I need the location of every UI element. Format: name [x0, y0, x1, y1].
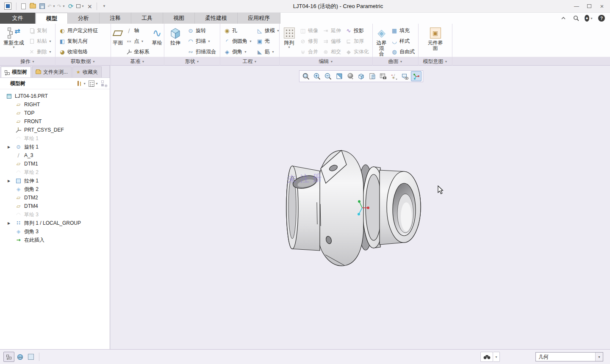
tree-row-sketch3[interactable]: ◠ 草绘 3 — [0, 210, 110, 219]
tab-folder-browser[interactable]: 文件夹浏... — [32, 66, 72, 77]
copy-button[interactable]: 复制 — [27, 25, 53, 36]
extrude-button[interactable]: 拉伸 — [166, 25, 185, 46]
swept-blend-button[interactable]: ∾扫描混合 — [186, 47, 218, 57]
expand-arrow-icon[interactable]: ▶ — [8, 179, 10, 183]
refit-button[interactable] — [301, 71, 311, 81]
delete-button[interactable]: ✕删除▼ — [27, 47, 53, 57]
zoom-out-button[interactable] — [323, 71, 333, 81]
search-button[interactable] — [572, 14, 580, 22]
learning-connector-button[interactable]: ◆▼ — [585, 14, 593, 22]
redo-button[interactable]: ↷▼ — [56, 1, 66, 11]
shrinkwrap-button[interactable]: ◕收缩包络 — [57, 47, 100, 57]
tree-columns-button[interactable]: ▼ — [89, 80, 98, 87]
style-button[interactable]: ◡样式 — [389, 36, 416, 47]
group-label-datum[interactable]: 基准▼ — [111, 58, 164, 66]
paste-button[interactable]: 粘贴▼ — [27, 36, 53, 47]
graphics-window-button[interactable] — [25, 352, 36, 362]
datum-display-filters-button[interactable]: ×/✳ — [389, 71, 399, 81]
fill-button[interactable]: ▦填充 — [389, 25, 416, 36]
tab-flexible-modeling[interactable]: 柔性建模 — [195, 13, 238, 24]
tree-row-csys[interactable]: PRT_CSYS_DEF — [0, 126, 110, 134]
project-button[interactable]: ∿投影 — [344, 25, 371, 36]
tree-row-chamfer3[interactable]: ◈ 倒角 3 — [0, 227, 110, 236]
tab-favorites[interactable]: ★ 收藏夹 — [72, 66, 102, 77]
window-switch-button[interactable]: ▼ — [75, 1, 85, 11]
merge-button[interactable]: ⊎合并 — [298, 47, 320, 57]
udf-button[interactable]: ◐用户定义特征 — [57, 25, 100, 36]
regenerate-quick-button[interactable]: ⟳ — [66, 1, 75, 11]
extend-button[interactable]: ⇥延伸 — [321, 25, 343, 36]
save-button[interactable] — [37, 1, 47, 11]
selection-filter-combo[interactable]: 几何 ▼ — [535, 352, 603, 361]
annotation-display-button[interactable] — [400, 71, 410, 81]
solidify-button[interactable]: ◆实体化 — [344, 47, 371, 57]
tab-analysis[interactable]: 分析 — [68, 13, 100, 24]
help-button[interactable]: ? — [597, 14, 606, 22]
undo-button[interactable]: ↶▼ — [47, 1, 56, 11]
tree-row-extrude1[interactable]: ▶ 拉伸 1 — [0, 176, 110, 185]
datum-point-button[interactable]: ××点▼ — [124, 36, 151, 47]
tree-row-top[interactable]: ▱ TOP — [0, 109, 110, 117]
tree-row-sketch2[interactable]: ◠ 草绘 2 — [0, 168, 110, 176]
freestyle-button[interactable]: ◍自由式 — [389, 47, 416, 57]
tree-row-pattern1[interactable]: ▶ ∷ 阵列 1 / LOCAL_GROUP — [0, 219, 110, 227]
tree-row-front[interactable]: ▱ FRONT — [0, 117, 110, 126]
copy-geometry-button[interactable]: ◧复制几何 — [57, 36, 100, 47]
find-dropdown-button[interactable]: ▼ — [493, 352, 500, 362]
datum-axis-button[interactable]: ∕轴 — [124, 25, 151, 36]
tree-row-dtm2[interactable]: ▱ DTM2 — [0, 193, 110, 202]
tree-row-part[interactable]: LJT04-16.PRT — [0, 92, 110, 100]
zoom-in-button[interactable] — [312, 71, 322, 81]
combo-dropdown-icon[interactable]: ▼ — [595, 353, 603, 361]
saved-orientations-button[interactable] — [356, 71, 366, 81]
customize-qat-button[interactable]: ▼ — [99, 1, 108, 11]
datum-csys-button[interactable]: 坐标系 — [124, 47, 151, 57]
thicken-button[interactable]: ⊑加厚 — [344, 36, 371, 47]
revolve-button[interactable]: ⊙旋转 — [186, 25, 218, 36]
web-browser-button[interactable] — [14, 352, 25, 362]
expand-arrow-icon[interactable]: ▶ — [8, 145, 10, 149]
group-label-surfaces[interactable]: 曲面▼ — [373, 58, 418, 66]
graphics-viewport[interactable]: ×/✳ — [110, 66, 610, 349]
tree-filters-button[interactable]: ▼ — [76, 80, 86, 86]
pattern-button[interactable]: 阵列 ▼ — [281, 25, 297, 49]
offset-button[interactable]: ⇉偏移 — [321, 36, 343, 47]
rib-button[interactable]: ◣筋▼ — [255, 47, 281, 57]
navigator-toggle-button[interactable] — [3, 352, 14, 362]
tab-tools[interactable]: 工具 — [131, 13, 163, 24]
tab-view[interactable]: 视图 — [163, 13, 195, 24]
open-file-button[interactable] — [28, 1, 37, 11]
sketch-button[interactable]: ∿ 草绘 — [152, 25, 163, 46]
spin-center-button[interactable] — [411, 71, 421, 81]
tab-applications[interactable]: 应用程序 — [238, 13, 280, 24]
component-interface-button[interactable]: ▣ 元件界面 — [424, 25, 447, 51]
minimize-button[interactable]: — — [571, 2, 582, 11]
mirror-button[interactable]: ◫镜像 — [298, 25, 320, 36]
draft-button[interactable]: ◺拔模▼ — [255, 25, 281, 36]
find-button[interactable] — [480, 352, 493, 362]
group-label-operations[interactable]: 操作▼ — [0, 58, 55, 66]
regenerate-button[interactable]: ⇄ 重新生成 ▼ — [2, 25, 26, 49]
hole-button[interactable]: ◉孔 — [222, 25, 254, 36]
trim-button[interactable]: ⊘修剪 — [298, 36, 320, 47]
round-button[interactable]: ◜倒圆角▼ — [222, 36, 254, 47]
group-label-get-data[interactable]: 获取数据▼ — [55, 58, 111, 66]
shell-button[interactable]: ▣壳 — [255, 36, 281, 47]
display-style-button[interactable] — [345, 71, 355, 81]
datum-plane-button[interactable]: 平面 — [113, 25, 123, 46]
app-icon[interactable] — [4, 3, 11, 10]
close-window-button[interactable]: × — [85, 1, 94, 11]
tree-row-revolve1[interactable]: ▶ ⊙ 旋转 1 — [0, 143, 110, 151]
restore-button[interactable] — [584, 2, 595, 11]
boundary-blend-button[interactable]: ◈ 边界混合 — [374, 25, 388, 57]
tree-row-dtm1[interactable]: ▱ DTM1 — [0, 160, 110, 168]
tree-row-dtm4[interactable]: ▱ DTM4 — [0, 202, 110, 210]
collapse-ribbon-button[interactable] — [559, 14, 568, 22]
tree-row-a3[interactable]: ∕ A_3 — [0, 151, 110, 160]
tree-row-insert-here[interactable]: → 在此插入 — [0, 236, 110, 244]
group-label-shapes[interactable]: 形状▼ — [164, 58, 220, 66]
sweep-button[interactable]: ◠扫描▼ — [186, 36, 218, 47]
new-file-button[interactable] — [19, 1, 28, 11]
intersect-button[interactable]: ⊗相交 — [321, 47, 343, 57]
tree-row-sketch1[interactable]: ◠ 草绘 1 — [0, 134, 110, 143]
